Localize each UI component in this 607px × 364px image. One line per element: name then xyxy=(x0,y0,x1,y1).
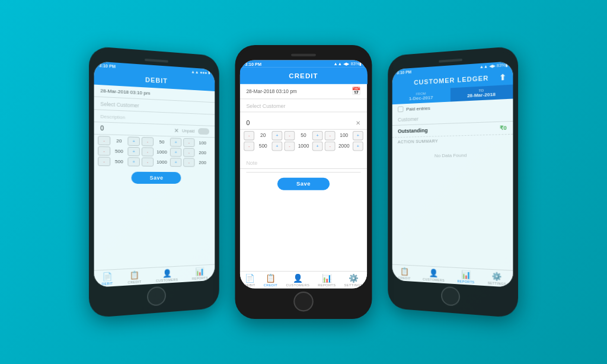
amount-value-left[interactable]: 0 xyxy=(100,125,170,134)
num-row-3: - 500 + - 1000 + - 200 xyxy=(98,157,212,167)
nav-c-customers[interactable]: 👤 CUSTOMERS xyxy=(286,273,309,287)
status-icons-left: ▲▲ ●●● ▮ xyxy=(191,69,210,75)
num-row-2: - 500 + - 1000 + - 200 xyxy=(98,146,212,157)
nav-reports[interactable]: 📊 REPORTS xyxy=(192,267,208,280)
val-1000: 1000 xyxy=(155,149,168,155)
plus-1000-btn[interactable]: + xyxy=(170,148,181,157)
nav-c-credit[interactable]: 📋 CREDIT xyxy=(264,273,277,287)
c-plus-1000[interactable]: + xyxy=(312,142,323,151)
nav-r-credit[interactable]: 📋 CREDIT xyxy=(398,267,411,280)
num-buttons-center: - 20 + - 50 + - 100 + - 500 + - 1000 + xyxy=(240,130,367,154)
debit-nav-icon: 📄 xyxy=(103,272,113,281)
c-val-20: 20 xyxy=(256,133,270,138)
amount-row-center: 0 ✕ xyxy=(240,117,367,130)
status-icons-center: ▲▲ ◀▶ 83%▮ xyxy=(334,61,362,66)
minus-50-btn[interactable]: - xyxy=(142,137,154,146)
c-minus-50[interactable]: - xyxy=(284,131,295,141)
num-row-c1: - 20 + - 50 + - 100 + xyxy=(244,131,363,141)
battery-icon-r: 83%▮ xyxy=(497,63,508,69)
nav-r-settings[interactable]: ⚙️ SETTINGS xyxy=(487,272,506,286)
val-50: 50 xyxy=(155,139,168,145)
nav-customers[interactable]: 👤 CUSTOMERS xyxy=(156,269,178,283)
nav-reports-label: REPORTS xyxy=(192,276,208,280)
c-plus-50[interactable]: + xyxy=(312,131,323,141)
c-settings-label: SETTINGS xyxy=(344,283,363,287)
minus-20-btn[interactable]: - xyxy=(98,136,110,145)
credit-nav-icon: 📋 xyxy=(130,270,139,280)
plus-50-btn[interactable]: + xyxy=(170,138,181,146)
nav-credit[interactable]: 📋 CREDIT xyxy=(128,270,142,285)
minus-1000b-btn[interactable]: - xyxy=(142,157,154,166)
c-plus-2000[interactable]: + xyxy=(353,142,363,151)
nav-c-debit[interactable]: 📄 DEBIT xyxy=(244,273,255,287)
nav-debit-label: DEBIT xyxy=(102,282,113,286)
c-minus-1000[interactable]: - xyxy=(284,142,295,151)
r-credit-label: CREDIT xyxy=(398,276,411,280)
paid-checkbox[interactable] xyxy=(398,106,403,112)
phone-debit: 3:10 PM ▲▲ ●●● ▮ DEBIT 28-Mar-2018 03:10… xyxy=(89,46,219,318)
plus-500b-btn[interactable]: + xyxy=(127,157,139,166)
nav-r-customers[interactable]: 👤 CUSTOMERS xyxy=(423,268,445,282)
c-val-1000: 1000 xyxy=(296,143,310,149)
plus-500-btn[interactable]: + xyxy=(127,147,139,157)
status-time-center: 3:10 PM xyxy=(245,62,261,66)
num-row-1: - 20 + - 50 + - 100 xyxy=(98,136,212,148)
customers-nav-icon: 👤 xyxy=(162,269,172,278)
minus-500-btn[interactable]: - xyxy=(98,146,110,156)
battery-icon-c: 83%▮ xyxy=(351,61,362,66)
clear-btn-left[interactable]: ✕ xyxy=(174,127,178,134)
val-500b: 500 xyxy=(112,159,126,165)
note-field[interactable]: Note xyxy=(240,156,367,169)
minus-1000-btn[interactable]: - xyxy=(142,147,154,156)
minus-2000b-btn[interactable]: - xyxy=(183,158,194,167)
val-20: 20 xyxy=(112,138,126,144)
r-customers-icon: 👤 xyxy=(429,269,439,278)
clear-btn-center[interactable]: ✕ xyxy=(356,120,360,127)
num-row-c2: - 500 + - 1000 + - 2000 + xyxy=(244,142,363,151)
c-minus-2000[interactable]: - xyxy=(325,142,336,151)
status-icons-right: ▲▲ ◀▶ 83%▮ xyxy=(480,63,508,69)
val-500: 500 xyxy=(112,148,126,154)
signal-icon: ●●● xyxy=(200,70,207,75)
ledger-title: CUSTOMER LEDGER xyxy=(414,74,488,86)
r-reports-icon: 📊 xyxy=(461,270,471,279)
calendar-icon[interactable]: 📅 xyxy=(352,87,361,95)
nav-r-reports[interactable]: 📊 REPORTS xyxy=(457,270,474,284)
plus-1000b-btn[interactable]: + xyxy=(170,158,181,167)
nav-credit-label: CREDIT xyxy=(128,280,142,284)
c-plus-20[interactable]: + xyxy=(271,131,282,141)
val-2000: 200 xyxy=(196,150,209,155)
c-minus-20[interactable]: - xyxy=(244,131,254,141)
c-minus-500[interactable]: - xyxy=(244,142,254,151)
save-button-center[interactable]: Save xyxy=(277,178,329,190)
outstanding-label: Outstanding xyxy=(398,127,428,134)
toggle-switch[interactable] xyxy=(198,128,209,135)
nav-debit[interactable]: 📄 DEBIT xyxy=(102,272,113,286)
home-button-right[interactable] xyxy=(441,286,460,306)
minus-500b-btn[interactable]: - xyxy=(98,157,110,166)
save-button-left[interactable]: Save xyxy=(132,172,181,184)
val-2000b: 200 xyxy=(196,160,209,165)
amount-value-center[interactable]: 0 xyxy=(246,120,352,127)
plus-20-btn[interactable]: + xyxy=(127,136,139,146)
c-minus-100[interactable]: - xyxy=(325,131,336,141)
nav-c-reports[interactable]: 📊 REPORTS xyxy=(318,273,336,287)
speaker-right xyxy=(439,59,462,63)
select-customer-center[interactable]: Select Customer xyxy=(240,99,367,112)
status-bar-center: 3:10 PM ▲▲ ◀▶ 83%▮ xyxy=(240,60,367,68)
c-plus-500[interactable]: + xyxy=(271,142,282,151)
home-button-left[interactable] xyxy=(147,286,166,306)
nav-c-settings[interactable]: ⚙️ SETTINGS xyxy=(344,273,363,287)
screen-ledger: 3:10 PM ▲▲ ◀▶ 83%▮ CUSTOMER LEDGER ⬆ FRO… xyxy=(392,61,513,288)
share-icon[interactable]: ⬆ xyxy=(499,72,507,82)
date-value-center: 28-Mar-2018 03:10 pm xyxy=(246,88,296,94)
debit-title: DEBIT xyxy=(145,76,168,84)
minus-2000-btn[interactable]: - xyxy=(183,148,194,157)
r-settings-icon: ⚙️ xyxy=(492,272,502,281)
credit-header: CREDIT xyxy=(240,68,367,84)
minus-100-btn[interactable]: - xyxy=(183,138,194,147)
speaker-left xyxy=(145,59,168,63)
c-plus-100[interactable]: + xyxy=(353,131,363,141)
ledger-content: Paid entries Customer Outstanding ₹0 ACT… xyxy=(392,99,513,270)
home-button-center[interactable] xyxy=(293,292,314,312)
